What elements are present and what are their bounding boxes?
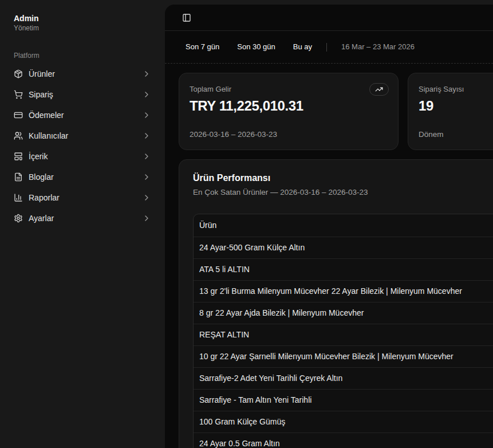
- selected-date-range: 16 Mar – 23 Mar 2026: [341, 41, 415, 53]
- sidebar-item-label: İçerik: [29, 151, 136, 162]
- stat-label: Sipariş Sayısı: [419, 84, 493, 95]
- stat-card-siparis-sayisi: Sipariş Sayısı 19 Dönem: [408, 73, 493, 150]
- range-button-bu-ay[interactable]: Bu ay: [293, 41, 312, 53]
- sidebar-item-kullanicilar[interactable]: Kullanıcılar: [9, 125, 156, 146]
- sidebar-item-label: Ödemeler: [29, 109, 136, 121]
- table-row[interactable]: 24 Ayar-500 Gram Külçe Altın: [194, 237, 493, 258]
- sidebar-item-raporlar[interactable]: Raporlar: [9, 187, 156, 208]
- panel-left-icon: [182, 13, 191, 22]
- sidebar-item-label: Kullanıcılar: [29, 130, 136, 142]
- table-row[interactable]: Sarrafiye - Tam Altın Yeni Tarihli: [194, 389, 493, 411]
- date-filter-bar: Son 7 gün Son 30 gün Bu ay 16 Mar – 23 M…: [165, 31, 493, 64]
- app-title: Admin: [14, 14, 151, 23]
- sidebar-item-siparis[interactable]: Sipariş: [9, 84, 156, 105]
- package-icon: [14, 69, 23, 78]
- app-subtitle: Yönetim: [14, 23, 151, 33]
- dashboard-content: Toplam Gelir TRY 11,225,010.31 2026-03-1…: [165, 64, 493, 448]
- sidebar-item-bloglar[interactable]: Bloglar: [9, 167, 156, 187]
- table-row[interactable]: 13 gr 2'li Burma Milenyum Mücevher 22 Ay…: [194, 280, 493, 302]
- table-row[interactable]: 8 gr 22 Ayar Ajda Bilezik | Milenyum Müc…: [194, 302, 493, 324]
- bar-chart-icon: [14, 193, 23, 202]
- sidebar-item-odemeler[interactable]: Ödemeler: [9, 105, 156, 125]
- filter-divider: [326, 43, 327, 52]
- stat-value: TRY 11,225,010.31: [190, 97, 388, 115]
- sidebar-nav: Ürünler Sipariş Ödemeler: [9, 64, 156, 229]
- table-row[interactable]: REŞAT ALTIN: [194, 324, 493, 345]
- sidebar-toggle-button[interactable]: [179, 10, 195, 26]
- table-row[interactable]: Sarrafiye-2 Adet Yeni Tarihli Çeyrek Alt…: [194, 367, 493, 389]
- stat-label: Toplam Gelir: [190, 84, 388, 95]
- stat-card-toplam-gelir: Toplam Gelir TRY 11,225,010.31 2026-03-1…: [179, 73, 399, 150]
- sidebar-item-label: Bloglar: [29, 171, 136, 183]
- layout-icon: [14, 152, 23, 161]
- table-row[interactable]: 100 Gram Külçe Gümüş: [194, 411, 493, 433]
- table-header-urun: Ürün: [194, 214, 493, 237]
- table-row[interactable]: ATA 5 li ALTIN: [194, 258, 493, 280]
- sidebar: Admin Yönetim Platform Ürünler Sipariş: [0, 0, 165, 448]
- topbar: [165, 5, 493, 31]
- sidebar-item-label: Raporlar: [29, 192, 136, 203]
- chevron-right-icon: [142, 131, 151, 140]
- range-button-son-7-gun[interactable]: Son 7 gün: [186, 41, 219, 53]
- products-table: Ürün 24 Ayar-500 Gram Külçe Altın ATA 5 …: [193, 214, 493, 448]
- users-icon: [14, 131, 23, 140]
- sidebar-item-label: Sipariş: [29, 89, 136, 100]
- sidebar-header: Admin Yönetim: [9, 9, 156, 37]
- gear-icon: [14, 214, 23, 223]
- sidebar-item-ayarlar[interactable]: Ayarlar: [9, 208, 156, 229]
- sidebar-section-label: Platform: [9, 51, 156, 60]
- trending-up-icon: [375, 85, 383, 93]
- chevron-right-icon: [142, 111, 151, 120]
- chevron-right-icon: [142, 214, 151, 223]
- product-performance-card: Ürün Performansı En Çok Satan Ürünler — …: [179, 159, 493, 448]
- chevron-right-icon: [142, 172, 151, 182]
- table-row[interactable]: 10 gr 22 Ayar Şarnelli Milenyum Mücevher…: [194, 345, 493, 367]
- stat-footer: 2026-03-16 – 2026-03-23: [190, 129, 388, 140]
- sidebar-item-icerik[interactable]: İçerik: [9, 146, 156, 167]
- chevron-right-icon: [142, 152, 151, 161]
- credit-card-icon: [14, 111, 23, 120]
- stat-value: 19: [419, 97, 493, 115]
- card-subtitle: En Çok Satan Ürünler — 2026-03-16 – 2026…: [193, 187, 493, 198]
- table-row[interactable]: 24 Ayar 0.5 Gram Altın: [194, 433, 493, 448]
- card-title: Ürün Performansı: [193, 171, 493, 185]
- sidebar-item-label: Ayarlar: [29, 213, 136, 224]
- range-button-son-30-gun[interactable]: Son 30 gün: [237, 41, 275, 53]
- file-text-icon: [14, 172, 23, 182]
- main-panel: Son 7 gün Son 30 gün Bu ay 16 Mar – 23 M…: [165, 5, 493, 448]
- stat-footer: Dönem: [419, 129, 493, 140]
- stat-cards-row: Toplam Gelir TRY 11,225,010.31 2026-03-1…: [179, 73, 493, 150]
- chevron-right-icon: [142, 193, 151, 202]
- sidebar-item-urunler[interactable]: Ürünler: [9, 64, 156, 84]
- shopping-cart-icon: [14, 90, 23, 99]
- trend-badge: [369, 83, 389, 96]
- chevron-right-icon: [142, 90, 151, 99]
- chevron-right-icon: [142, 69, 151, 78]
- sidebar-item-label: Ürünler: [29, 68, 136, 80]
